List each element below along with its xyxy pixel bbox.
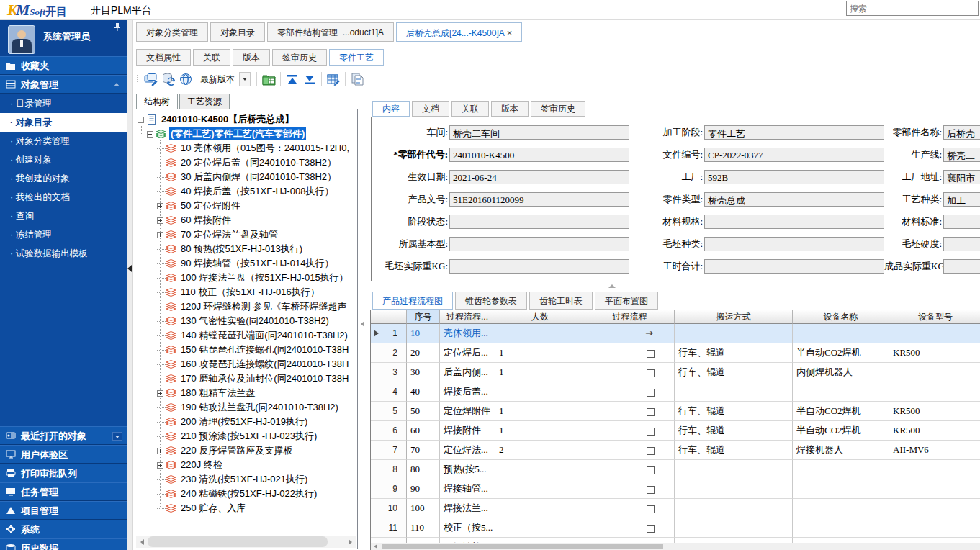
cell-flow[interactable]: 焊接法兰... bbox=[440, 499, 495, 518]
column-header[interactable]: 过程流程... bbox=[440, 310, 495, 324]
table-row[interactable]: 770定位焊法...2行车、辊道焊接机器人AII-MV6 bbox=[371, 441, 980, 460]
collapse-toggle-icon[interactable] bbox=[138, 117, 144, 123]
table-row[interactable]: 11110校正（按5... bbox=[371, 518, 980, 538]
cell-model[interactable] bbox=[889, 460, 980, 479]
cell-seq[interactable]: 80 bbox=[407, 460, 440, 479]
cell-device[interactable] bbox=[793, 499, 889, 518]
tree-item[interactable]: 60 焊接附件 bbox=[135, 213, 357, 227]
cell-carry[interactable]: 行车、辊道 bbox=[675, 363, 793, 382]
cell-carry[interactable] bbox=[675, 460, 793, 479]
cell-people[interactable]: 1 bbox=[495, 421, 585, 441]
column-header[interactable]: 设备名称 bbox=[793, 310, 889, 324]
prop-tab[interactable]: 文档属性 bbox=[136, 49, 191, 66]
doc-tab[interactable]: 后桥壳总成[24...-K4500]A× bbox=[396, 22, 522, 42]
pin-icon[interactable] bbox=[114, 22, 121, 31]
cell-device[interactable]: 焊接机器人 bbox=[793, 441, 889, 460]
sidebar-item-6[interactable]: 历史数据 bbox=[0, 538, 127, 550]
edit-table-button[interactable] bbox=[325, 71, 342, 88]
form-field[interactable] bbox=[943, 237, 980, 251]
sidebar-subitem[interactable]: · 对象目录 bbox=[0, 113, 127, 132]
cell-seq[interactable]: 110 bbox=[407, 518, 440, 538]
cell-carry[interactable] bbox=[675, 499, 793, 518]
sidebar-subitem[interactable]: · 试验数据输出模板 bbox=[0, 244, 127, 263]
cell-flowmark[interactable] bbox=[585, 518, 675, 538]
sidebar-item-5[interactable]: 系统 bbox=[0, 520, 127, 538]
cell-device[interactable]: 内侧焊机器人 bbox=[793, 363, 889, 382]
scroll-left-icon[interactable] bbox=[136, 536, 148, 548]
tree-item[interactable]: 40 焊接后盖（按51XF-HJ-008执行） bbox=[135, 184, 357, 199]
cell-people[interactable] bbox=[495, 460, 585, 479]
cell-carry[interactable] bbox=[675, 382, 793, 402]
row-header[interactable]: 6 bbox=[371, 421, 407, 441]
form-field[interactable]: 桥壳二 bbox=[943, 148, 980, 162]
cell-device[interactable] bbox=[793, 382, 889, 402]
sidebar-subitem[interactable]: · 创建对象 bbox=[0, 150, 127, 169]
form-field[interactable]: 加工 bbox=[943, 192, 980, 207]
form-field[interactable]: 零件工艺 bbox=[704, 125, 884, 140]
doc-tab[interactable]: 对象目录 bbox=[210, 22, 265, 42]
cell-flow[interactable]: 定位焊附件 bbox=[440, 402, 495, 421]
doc-tab[interactable]: 零部件结构管理_...oduct1]A bbox=[267, 22, 394, 42]
global-search-input[interactable] bbox=[846, 1, 979, 16]
content-tab[interactable]: 内容 bbox=[372, 101, 410, 117]
flow-tab[interactable]: 平面布置图 bbox=[595, 292, 658, 310]
tree-item[interactable]: 50 定位焊附件 bbox=[135, 199, 357, 213]
cell-carry[interactable] bbox=[675, 324, 793, 343]
tree-item[interactable]: 80 预热(按51XF-HJ-013执行) bbox=[135, 242, 357, 256]
cell-device[interactable]: 半自动CO2焊机 bbox=[793, 402, 889, 421]
tree-item[interactable]: 160 攻琵琶孔连接螺纹(同2401010-T38H bbox=[135, 357, 357, 371]
sidebar-subitem[interactable]: · 冻结管理 bbox=[0, 225, 127, 244]
sidebar-subitem[interactable]: · 查询 bbox=[0, 207, 127, 225]
table-hscrollbar[interactable] bbox=[371, 543, 980, 550]
tree-item[interactable]: 240 粘磁铁(按51XF-HJ-022执行) bbox=[135, 487, 357, 501]
cell-device[interactable] bbox=[793, 518, 889, 538]
cell-model[interactable]: AII-MV6 bbox=[889, 441, 980, 460]
cell-flow[interactable]: 壳体领用... bbox=[440, 324, 495, 343]
table-row[interactable]: 880预热(按5... bbox=[371, 460, 980, 479]
row-header[interactable]: 8 bbox=[371, 460, 407, 479]
expand-toggle-icon[interactable] bbox=[157, 448, 163, 454]
cell-model[interactable] bbox=[889, 479, 980, 499]
cell-flow[interactable]: 后盖内侧... bbox=[440, 363, 495, 382]
form-field[interactable]: 592B bbox=[704, 170, 884, 184]
prop-tab[interactable]: 签审历史 bbox=[272, 49, 327, 66]
collapse-to-top-button[interactable] bbox=[284, 71, 301, 88]
doc-tab[interactable]: 对象分类管理 bbox=[136, 22, 208, 42]
form-field[interactable] bbox=[704, 259, 884, 274]
expand-toggle-icon[interactable] bbox=[157, 390, 163, 397]
column-header[interactable]: 搬运方式 bbox=[675, 310, 793, 324]
content-tab[interactable]: 版本 bbox=[491, 101, 529, 117]
expand-toggle-icon[interactable] bbox=[157, 217, 163, 224]
table-hscrollbar-thumb[interactable] bbox=[382, 544, 663, 549]
cell-people[interactable] bbox=[495, 499, 585, 518]
form-field[interactable]: 51E201601120099 bbox=[449, 192, 629, 207]
cell-seq[interactable]: 60 bbox=[407, 421, 440, 441]
cell-model[interactable]: KR500 bbox=[889, 402, 980, 421]
cell-flowmark[interactable] bbox=[585, 402, 675, 421]
cell-carry[interactable] bbox=[675, 479, 793, 499]
cell-device[interactable] bbox=[793, 479, 889, 499]
column-header[interactable]: 设备型号 bbox=[889, 310, 980, 324]
cell-model[interactable] bbox=[889, 382, 980, 402]
column-header[interactable]: 人数 bbox=[495, 310, 585, 324]
form-field[interactable]: 2401010-K4500 bbox=[449, 148, 629, 162]
checkbox[interactable] bbox=[647, 350, 655, 358]
form-field[interactable] bbox=[449, 237, 629, 251]
cell-device[interactable] bbox=[793, 324, 889, 343]
sidebar-item-0[interactable]: 最近打开的对象 bbox=[0, 426, 127, 445]
row-header[interactable]: 4 bbox=[371, 382, 407, 402]
cell-flowmark[interactable] bbox=[585, 441, 675, 460]
checkbox[interactable] bbox=[647, 408, 655, 416]
row-header[interactable]: 7 bbox=[371, 441, 407, 460]
dropdown-icon[interactable] bbox=[112, 432, 122, 441]
cell-seq[interactable]: 20 bbox=[407, 343, 440, 363]
table-row[interactable]: 550定位焊附件1行车、辊道半自动CO2焊机KR500 bbox=[371, 402, 980, 421]
checkbox[interactable] bbox=[647, 428, 655, 436]
tree-root-node[interactable]: 2401010-K4500【后桥壳总成】 bbox=[135, 112, 357, 127]
cell-flowmark[interactable] bbox=[585, 479, 675, 499]
cell-flow[interactable]: 焊接附件 bbox=[440, 421, 495, 441]
sidebar-subitem[interactable]: · 我检出的文档 bbox=[0, 188, 127, 207]
refresh-data-button[interactable] bbox=[160, 71, 177, 88]
sidebar-item-3[interactable]: 任务管理 bbox=[0, 482, 127, 501]
collapse-toggle-icon[interactable] bbox=[147, 131, 153, 138]
